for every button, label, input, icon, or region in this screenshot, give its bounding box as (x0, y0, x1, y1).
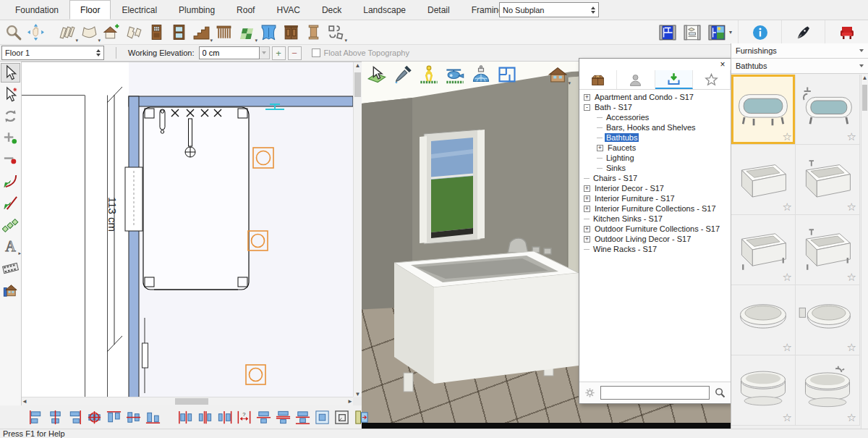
pen-button[interactable] (781, 20, 825, 45)
cabinet-icon[interactable] (280, 22, 302, 43)
collapse-icon[interactable]: - (584, 104, 590, 111)
wall-top[interactable] (129, 96, 353, 106)
favorite-star-icon[interactable]: ☆ (847, 341, 856, 354)
stack-bottom-icon[interactable] (293, 408, 312, 426)
favorite-star-icon[interactable]: ☆ (783, 130, 792, 143)
tree-item-accessories[interactable]: Accessories (581, 112, 729, 122)
expand-icon[interactable]: + (597, 145, 603, 151)
plan-bathtub[interactable] (143, 107, 249, 290)
stack-top-icon[interactable] (254, 408, 273, 426)
tree-item-apartment-and-condo-s17[interactable]: +Apartment and Condo - S17 (581, 92, 729, 102)
align-center-both-icon[interactable] (85, 408, 103, 426)
catalog-scrollbar[interactable]: ▲ (861, 75, 868, 438)
tree-item-chairs-s17[interactable]: Chairs - S17 (581, 173, 729, 183)
select-tool[interactable] (1, 63, 20, 83)
align-center-horizontal-icon[interactable] (124, 408, 142, 426)
catalog-category-header[interactable]: Furnishings (731, 43, 868, 59)
scroll-right-icon[interactable]: ► (347, 398, 353, 405)
library-browser-panel[interactable]: × +Apartment and Condo - S17-Bath - S17A… (579, 58, 731, 404)
zoom-icon[interactable] (2, 22, 25, 43)
text-tool[interactable]: A▸ (1, 237, 20, 256)
stairs-icon[interactable]: ▾ (190, 22, 213, 43)
view-dropdown-icon[interactable]: ▾ (729, 30, 732, 35)
tab-deck[interactable]: Deck (311, 0, 352, 20)
pan-icon[interactable] (25, 22, 47, 43)
space-center-icon[interactable] (195, 408, 214, 426)
tab-roof[interactable]: Roof (226, 0, 265, 20)
space-right-icon[interactable] (215, 408, 234, 426)
eyedropper-icon[interactable] (390, 63, 416, 86)
tab-detail[interactable]: Detail (417, 0, 461, 20)
plan-view-icon[interactable] (655, 22, 680, 43)
chamfer-tool[interactable] (1, 193, 20, 213)
wall-left[interactable] (129, 96, 139, 397)
expand-icon[interactable]: + (584, 206, 590, 212)
scroll-left-icon[interactable]: ◄ (22, 398, 27, 405)
tree-item-interior-furniture-s17[interactable]: +Interior Furniture - S17 (581, 193, 729, 203)
library-tab-package[interactable] (579, 70, 617, 89)
tree-item-outdoor-living-decor-s17[interactable]: +Outdoor Living Decor - S17 (581, 234, 729, 244)
tree-item-sinks[interactable]: Sinks (581, 163, 729, 173)
favorite-star-icon[interactable]: ☆ (783, 411, 792, 424)
align-left-icon[interactable] (26, 408, 45, 426)
align-center-vertical-icon[interactable] (46, 408, 64, 426)
catalog-item-tub-oval-faucet[interactable]: ☆ (796, 285, 860, 355)
space-left-icon[interactable] (176, 408, 195, 426)
wall-curved-icon[interactable]: ▾ (78, 22, 101, 43)
tab-landscape[interactable]: Landscape (352, 0, 417, 20)
catalog-item-tub-rect-d[interactable]: ☆ (796, 215, 860, 285)
scroll-thumb[interactable] (354, 72, 361, 97)
nested-frames-icon[interactable] (332, 408, 351, 426)
scroll-thumb[interactable] (862, 85, 867, 111)
tree-item-wine-racks-s17[interactable]: Wine Racks - S17 (581, 244, 729, 254)
favorite-star-icon[interactable]: ☆ (847, 130, 856, 143)
float-above-topography-checkbox[interactable] (312, 49, 320, 57)
plan-overlay-icon[interactable] (494, 63, 520, 86)
floor-material-icon[interactable]: ▾ (235, 22, 258, 43)
spinner-icon[interactable] (96, 49, 101, 56)
favorite-star-icon[interactable]: ☆ (783, 201, 792, 214)
expand-icon[interactable]: + (584, 195, 590, 202)
catalog-item-tub-clawfoot[interactable]: ☆ (731, 75, 796, 145)
helicopter-icon[interactable] (442, 63, 468, 86)
tree-item-interior-decor-s17[interactable]: +Interior Decor - S17 (581, 183, 729, 193)
tree-item-faucets[interactable]: +Faucets (581, 143, 729, 153)
favorite-star-icon[interactable]: ☆ (847, 201, 856, 214)
column-icon[interactable] (302, 22, 325, 43)
favorite-star-icon[interactable]: ☆ (847, 411, 856, 424)
walk-icon[interactable] (416, 63, 442, 86)
window-icon[interactable] (168, 22, 190, 43)
expand-icon[interactable]: + (584, 185, 590, 192)
elevation-increase-button[interactable]: + (272, 46, 286, 60)
railing-icon[interactable] (213, 22, 235, 43)
search-icon[interactable] (714, 387, 726, 399)
catalog-item-tub-rect-b[interactable]: ☆ (796, 145, 860, 215)
library-tab-person[interactable] (617, 70, 655, 89)
sprinkler-tool[interactable] (1, 215, 20, 235)
favorite-star-icon[interactable]: ☆ (783, 271, 792, 284)
library-tab-download[interactable] (655, 70, 693, 89)
spinner-icon[interactable] (591, 7, 595, 14)
tree-item-bars-hooks-and-shelves[interactable]: Bars, Hooks and Shelves (581, 122, 729, 132)
catalog-item-tub-rect-c[interactable]: ☆ (731, 215, 796, 285)
soffit-icon[interactable] (258, 22, 280, 43)
plan-horizontal-scrollbar[interactable]: ◄ ► (22, 397, 353, 405)
wall-break-icon[interactable] (123, 22, 145, 43)
tree-item-outdoor-furniture-collections-s17[interactable]: +Outdoor Furniture Collections - S17 (581, 224, 729, 234)
plan-view-2d[interactable]: 113 cm 70 cm x 100 cm (22, 62, 362, 405)
library-search-input[interactable] (600, 386, 710, 400)
camera-view-icon[interactable]: ▾ (545, 63, 571, 86)
tab-floor[interactable]: Floor (69, 0, 111, 20)
scroll-thumb[interactable] (175, 398, 208, 405)
tree-item-kitchen-sinks-s17[interactable]: Kitchen Sinks - S17 (581, 214, 729, 224)
walkthrough-tool[interactable] (1, 258, 20, 278)
tab-foundation[interactable]: Foundation (4, 0, 69, 20)
close-icon[interactable]: × (718, 59, 728, 70)
expand-icon[interactable]: + (584, 94, 590, 101)
rotate-tool[interactable] (1, 106, 20, 126)
tab-electrical[interactable]: Electrical (111, 0, 168, 20)
cad-shapes-icon[interactable]: ▾ (325, 22, 347, 43)
catalog-subcategory-header[interactable]: Bathtubs (731, 59, 868, 74)
expand-icon[interactable]: + (584, 226, 590, 232)
center-in-frame-icon[interactable] (312, 408, 331, 426)
